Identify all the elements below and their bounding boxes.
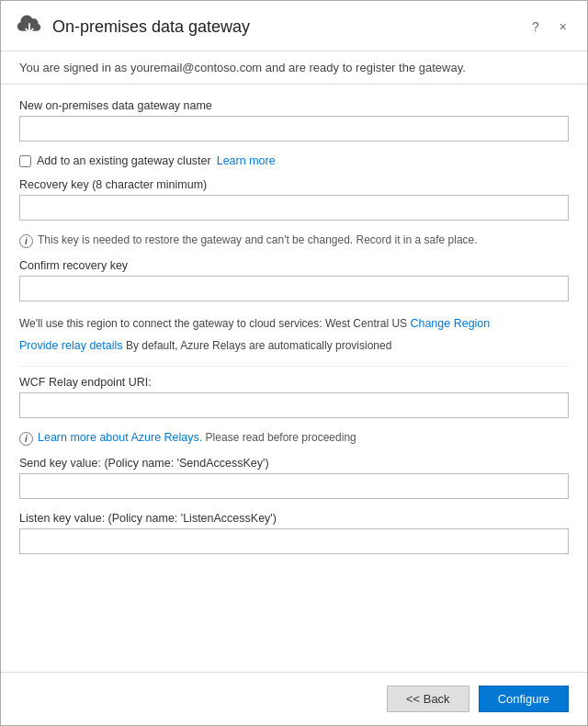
configure-button[interactable]: Configure xyxy=(479,686,569,712)
wcf-relay-group: WCF Relay endpoint URI: xyxy=(19,376,569,418)
relay-section: WCF Relay endpoint URI: i Learn more abo… xyxy=(19,366,569,554)
relay-text: By default, Azure Relays are automatical… xyxy=(126,339,391,352)
send-key-input[interactable] xyxy=(19,473,569,499)
gateway-name-label: New on-premises data gateway name xyxy=(19,99,569,112)
confirm-recovery-key-input[interactable] xyxy=(19,276,569,301)
info-icon: i xyxy=(19,234,33,248)
listen-key-group: Listen key value: (Policy name: 'ListenA… xyxy=(19,512,569,554)
gateway-name-input[interactable] xyxy=(19,116,569,142)
wcf-relay-label: WCF Relay endpoint URI: xyxy=(19,376,569,389)
region-row: We'll use this region to connect the gat… xyxy=(19,314,569,333)
azure-relay-info-text: Please read before proceeding xyxy=(202,431,356,444)
learn-more-link[interactable]: Learn more xyxy=(217,154,276,167)
cloud-icon xyxy=(16,12,43,41)
confirm-recovery-key-group: Confirm recovery key xyxy=(19,259,569,301)
back-button[interactable]: << Back xyxy=(387,686,469,712)
azure-relay-info-icon: i xyxy=(19,432,33,446)
title-controls: ? × xyxy=(526,17,572,36)
add-to-cluster-checkbox[interactable] xyxy=(19,155,31,167)
subtitle-content: You are signed in as youremail@contoso.c… xyxy=(19,61,466,74)
recovery-key-group: Recovery key (8 character minimum) xyxy=(19,178,569,221)
recovery-key-input[interactable] xyxy=(19,195,569,221)
recovery-key-label: Recovery key (8 character minimum) xyxy=(19,178,569,191)
subtitle-text: You are signed in as youremail@contoso.c… xyxy=(1,51,587,85)
cluster-checkbox-row: Add to an existing gateway cluster Learn… xyxy=(19,154,569,167)
close-button[interactable]: × xyxy=(554,17,572,36)
provide-relay-link[interactable]: Provide relay details xyxy=(19,339,123,352)
window-title: On-premises data gateway xyxy=(52,17,526,37)
recovery-key-info-row: i This key is needed to restore the gate… xyxy=(19,233,569,248)
send-key-label: Send key value: (Policy name: 'SendAcces… xyxy=(19,457,569,470)
azure-relay-info-row: i Learn more about Azure Relays. Please … xyxy=(19,431,569,446)
send-key-group: Send key value: (Policy name: 'SendAcces… xyxy=(19,457,569,499)
gateway-name-group: New on-premises data gateway name xyxy=(19,99,569,142)
confirm-recovery-key-label: Confirm recovery key xyxy=(19,259,569,272)
footer: << Back Configure xyxy=(1,672,587,725)
main-window: On-premises data gateway ? × You are sig… xyxy=(0,0,588,726)
title-bar: On-premises data gateway ? × xyxy=(1,1,587,51)
azure-relay-info: Learn more about Azure Relays. Please re… xyxy=(38,431,356,444)
help-button[interactable]: ? xyxy=(526,17,545,36)
recovery-key-info-text: This key is needed to restore the gatewa… xyxy=(38,233,478,246)
azure-relay-learn-more-link[interactable]: Learn more about Azure Relays. xyxy=(38,431,202,444)
wcf-relay-input[interactable] xyxy=(19,392,569,418)
add-to-cluster-label: Add to an existing gateway cluster xyxy=(37,154,211,167)
listen-key-label: Listen key value: (Policy name: 'ListenA… xyxy=(19,512,569,525)
region-text: We'll use this region to connect the gat… xyxy=(19,317,407,330)
listen-key-input[interactable] xyxy=(19,528,569,554)
form-content: New on-premises data gateway name Add to… xyxy=(1,85,587,672)
relay-row: Provide relay details By default, Azure … xyxy=(19,336,569,355)
change-region-link[interactable]: Change Region xyxy=(410,317,490,330)
